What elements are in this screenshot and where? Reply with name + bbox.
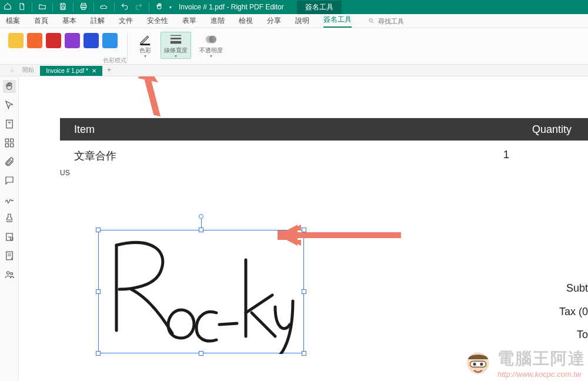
row-item-text: 文章合作 [74,149,116,163]
undo-icon[interactable] [121,2,129,12]
svg-point-10 [209,36,216,44]
svg-rect-15 [10,144,13,147]
doc-tab-add[interactable]: + [102,64,116,76]
tool-select[interactable] [3,99,16,112]
svg-rect-26 [470,361,486,367]
cloud-icon[interactable] [100,2,108,12]
menu-annotate[interactable]: 註解 [91,16,105,26]
invoice-table-header: Item Quantity [60,118,588,141]
resize-handle-ml[interactable] [96,289,101,294]
swatch-6[interactable] [102,33,118,48]
pdf-page: Item Quantity 文章合作 1 US [60,118,588,381]
tool-form[interactable] [3,249,16,262]
opacity-icon [204,33,218,46]
svg-rect-6 [171,35,181,36]
ribbon-tool-opacity[interactable]: 不透明度 ▾ [196,32,226,58]
menu-share[interactable]: 分享 [267,16,281,26]
open-file-icon[interactable] [38,2,46,12]
vertical-toolbar [0,76,19,381]
swatch-1[interactable] [8,33,24,48]
doc-tab-active-label: Invoice # 1.pdf * [46,68,88,74]
watermark-url: http://www.kocpc.com.tw [497,370,586,379]
dropdown-caret-icon[interactable]: ▾ [169,5,172,10]
color-mode-section-label: 色彩模式 [103,56,126,65]
annotation-arrow-right [278,223,407,247]
col-qty: Quantity [532,123,572,136]
tool-attachment[interactable] [3,155,16,168]
app-home-icon[interactable] [4,2,12,12]
resize-handle-bm[interactable] [199,351,203,356]
menu-view[interactable]: 檢視 [239,16,253,26]
svg-point-20 [10,273,12,275]
tool-thumbnails[interactable] [3,136,16,149]
tool-bookmark[interactable] [3,118,16,131]
tool-hand[interactable] [3,80,16,93]
svg-point-4 [369,19,373,22]
svg-rect-8 [171,41,181,44]
tool-comment[interactable] [3,174,16,187]
annotation-arrow-top [131,76,183,120]
title-bar: ▾ Invoice # 1.pdf - Right PDF Editor 簽名工… [0,0,588,14]
title-bar-quick-icons: ▾ [4,2,172,12]
rotate-handle[interactable] [199,214,203,219]
menu-home[interactable]: 首頁 [34,16,48,26]
swatch-2[interactable] [27,33,42,48]
contextual-tab[interactable]: 簽名工具 [297,1,342,14]
hand-tool-icon[interactable] [155,2,163,12]
svg-marker-24 [278,225,298,246]
menu-help[interactable]: 說明 [295,16,309,26]
invoice-row: 文章合作 1 [60,141,588,169]
svg-rect-12 [5,139,8,142]
svg-rect-14 [5,144,8,147]
doc-tab-start[interactable]: ⌂ 開始 [5,64,40,76]
total-label: To [559,323,588,347]
invoice-totals: Subt Tax (0 To [559,277,588,347]
search-icon [368,18,375,24]
svg-rect-11 [6,120,12,128]
ribbon-tool-color[interactable]: 色彩 ▾ [135,32,156,58]
tool-signature[interactable] [3,193,16,206]
tool-share-users[interactable] [3,268,16,281]
svg-rect-0 [62,6,65,8]
doc-tab-active[interactable]: Invoice # 1.pdf * ✕ [40,66,102,76]
col-item: Item [74,123,95,136]
resize-handle-br[interactable] [302,351,306,356]
tool-stamp[interactable] [3,212,16,225]
menu-file[interactable]: 檔案 [6,16,20,26]
menu-advanced[interactable]: 進階 [211,16,225,26]
resize-handle-mr[interactable] [302,289,306,294]
new-doc-icon[interactable] [18,2,26,12]
signature-selection-box[interactable] [98,230,304,353]
doc-tab-close-icon[interactable]: ✕ [92,68,96,74]
print-icon[interactable] [79,2,88,12]
app-title: Invoice # 1.pdf - Right PDF Editor [179,3,284,11]
swatch-5[interactable] [83,33,99,48]
tool-protect[interactable] [3,230,16,243]
ribbon-tool-line-weight[interactable]: 線條寬度 ▾ [161,32,191,59]
tax-label: Tax (0 [559,300,588,324]
handwritten-signature [99,230,305,354]
tool-search[interactable] [368,17,424,25]
svg-marker-21 [131,76,170,116]
redo-icon [135,2,143,12]
menu-basic[interactable]: 基本 [62,16,76,26]
menu-security[interactable]: 安全性 [147,16,168,26]
swatch-3[interactable] [46,33,61,48]
svg-point-28 [480,363,483,366]
watermark-mascot-icon [462,346,494,380]
document-canvas[interactable]: Item Quantity 文章合作 1 US [19,76,588,381]
menu-forms[interactable]: 表單 [182,16,196,26]
save-icon[interactable] [59,2,67,12]
menu-sign-tools[interactable]: 簽名工具 [323,15,352,28]
svg-rect-5 [141,44,151,45]
tool-search-input[interactable] [377,17,424,25]
resize-handle-tm[interactable] [199,228,203,232]
menu-document[interactable]: 文件 [119,16,133,26]
line-weight-icon [169,33,183,46]
resize-handle-bl[interactable] [96,351,101,356]
menu-bar: 檔案 首頁 基本 註解 文件 安全性 表單 進階 檢視 分享 說明 簽名工具 [0,14,588,28]
main-area: Item Quantity 文章合作 1 US [0,76,588,381]
swatch-4[interactable] [65,33,80,48]
document-tab-bar: ⌂ 開始 Invoice # 1.pdf * ✕ + [0,65,588,76]
resize-handle-tl[interactable] [96,228,101,232]
